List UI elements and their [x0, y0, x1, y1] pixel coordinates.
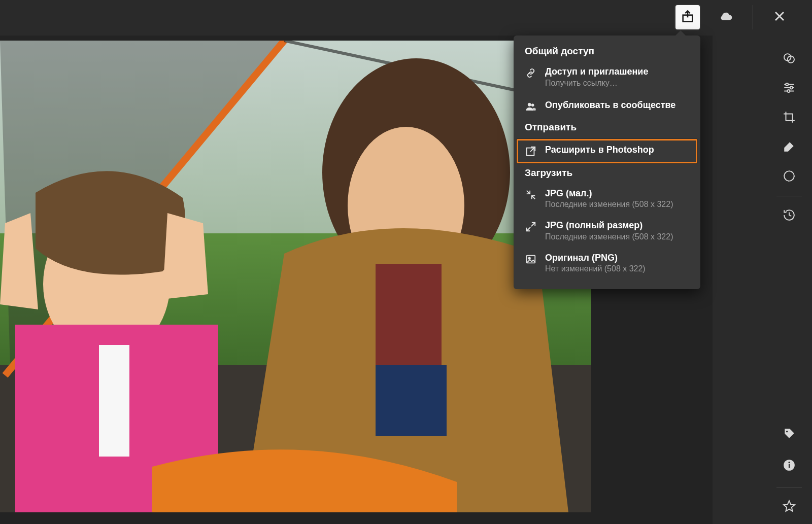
menu-access-invite-title: Доступ и приглашение [545, 66, 648, 78]
svg-rect-13 [376, 365, 447, 436]
info-tool[interactable] [774, 451, 804, 481]
svg-point-25 [784, 171, 794, 181]
menu-original-png[interactable]: Оригинал (PNG) Нет изменений (508 x 322) [514, 248, 700, 281]
svg-line-37 [532, 195, 535, 198]
edit-tool[interactable] [774, 74, 804, 103]
menu-expand-photoshop-label: Расширить в Photoshop [545, 144, 654, 156]
svg-point-24 [787, 90, 790, 92]
photo-placeholder-image [0, 41, 591, 512]
top-buttons [675, 5, 792, 29]
svg-point-32 [528, 103, 531, 106]
rail-separator [776, 196, 802, 196]
menu-original-sub: Нет изменений (508 x 322) [545, 264, 646, 274]
svg-marker-31 [784, 501, 795, 511]
menu-jpg-small[interactable]: JPG (мал.) Последние изменения (508 x 32… [514, 184, 700, 216]
menu-jpg-small-title: JPG (мал.) [545, 188, 673, 199]
sliders-icon [783, 81, 796, 96]
aperture-icon [783, 169, 796, 185]
download-section-header: Загрузить [514, 164, 700, 184]
star-icon [783, 500, 796, 515]
svg-point-20 [786, 83, 788, 86]
tag-icon [783, 427, 796, 442]
svg-point-30 [788, 462, 790, 463]
menu-access-invite-sub: Получить ссылку… [545, 78, 648, 88]
close-icon [773, 10, 786, 24]
image-icon [525, 253, 537, 265]
menu-jpg-full-sub: Последние изменения (508 x 322) [545, 232, 673, 242]
crop-tool[interactable] [774, 103, 804, 133]
svg-point-27 [786, 431, 788, 432]
cloud-icon [719, 9, 734, 26]
link-icon [525, 67, 537, 79]
share-button[interactable] [675, 5, 700, 29]
menu-expand-photoshop[interactable]: Расширить в Photoshop [514, 138, 700, 164]
share-icon [681, 9, 695, 25]
eraser-icon [783, 140, 796, 155]
svg-rect-12 [376, 264, 442, 375]
menu-jpg-full[interactable]: JPG (полный размер) Последние изменения … [514, 216, 700, 248]
crop-icon [783, 111, 796, 126]
close-button[interactable] [767, 5, 792, 29]
expand-arrows-icon [525, 221, 537, 233]
svg-point-22 [790, 87, 793, 89]
history-tool[interactable] [774, 201, 804, 231]
photo-canvas[interactable] [0, 41, 591, 512]
svg-line-39 [527, 227, 530, 231]
svg-line-38 [531, 223, 535, 226]
history-icon [783, 208, 796, 224]
share-menu: Общий доступ Доступ и приглашение Получи… [514, 36, 700, 289]
top-divider [753, 5, 753, 29]
community-icon [525, 100, 537, 113]
svg-point-41 [529, 257, 530, 259]
top-bar [0, 0, 812, 36]
menu-jpg-small-sub: Последние изменения (508 x 322) [545, 199, 673, 209]
tool-rail [766, 36, 812, 524]
shrink-arrows-icon [525, 189, 537, 201]
svg-rect-29 [789, 464, 790, 468]
menu-jpg-full-title: JPG (полный размер) [545, 220, 673, 231]
overlap-circles-icon [783, 52, 796, 67]
menu-publish-community-label: Опубликовать в сообществе [545, 99, 675, 111]
heal-tool[interactable] [774, 133, 804, 162]
recommend-tool[interactable] [774, 45, 804, 74]
favorite-tool[interactable] [774, 493, 804, 522]
menu-access-invite[interactable]: Доступ и приглашение Получить ссылку… [514, 62, 700, 94]
cloud-button[interactable] [714, 5, 738, 29]
share-section-header: Общий доступ [514, 43, 700, 62]
svg-rect-16 [99, 345, 129, 457]
menu-publish-community[interactable]: Опубликовать в сообществе [514, 94, 700, 119]
send-section-header: Отправить [514, 119, 700, 138]
svg-line-36 [527, 190, 530, 193]
tag-tool[interactable] [774, 420, 804, 449]
open-external-icon [525, 145, 537, 157]
optics-tool[interactable] [774, 162, 804, 192]
info-icon [783, 459, 796, 474]
rail-separator-bottom [776, 487, 802, 487]
menu-original-title: Оригинал (PNG) [545, 252, 646, 264]
svg-point-33 [531, 103, 534, 106]
